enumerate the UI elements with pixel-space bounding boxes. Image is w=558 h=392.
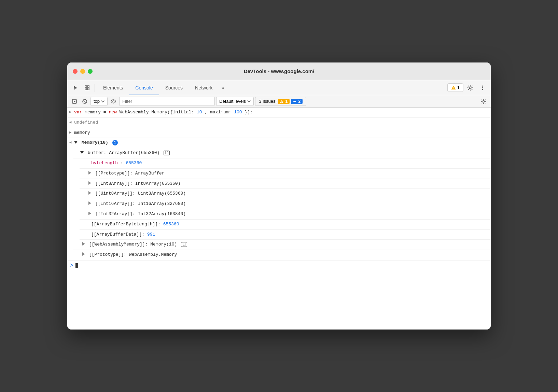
inspect-icon[interactable] [82, 82, 93, 93]
dropdown-arrow-icon [101, 100, 104, 102]
svg-point-16 [483, 100, 485, 102]
devtools-window: DevTools - www.google.com/ Elements [67, 62, 491, 330]
entry-content-proto-wasm: [[Prototype]]: WebAssembly.Memory [80, 251, 488, 258]
run-svg [72, 99, 77, 104]
levels-selector[interactable]: Default levels [216, 97, 254, 106]
tab-elements[interactable]: Elements [97, 80, 129, 95]
console-gear-svg [481, 99, 486, 104]
warn-badge-icon: ! [280, 100, 283, 103]
console-area: ▶ var memory = new WebAssembly.Memory({i… [67, 108, 491, 330]
console-entry-bytelength: byteLength : 655360 [80, 158, 491, 169]
prompt-cursor[interactable] [75, 263, 78, 268]
tab-sources[interactable]: Sources [159, 80, 189, 95]
keyword-var: var [74, 110, 82, 115]
console-entry-uint8: [[Uint8Array]]: Uint8Array(655360) [80, 189, 491, 199]
more-icon[interactable] [477, 82, 488, 93]
entry-content-memory-obj: Memory(10) i [73, 139, 488, 146]
info-count-badge: 2 [291, 99, 303, 104]
entry-content-undefined: undefined [73, 119, 488, 126]
settings-icon[interactable] [465, 82, 476, 93]
maximize-button[interactable] [88, 69, 93, 74]
svg-point-5 [469, 87, 471, 89]
gear-svg [467, 85, 473, 91]
window-title: DevTools - www.google.com/ [244, 68, 315, 74]
tab-console[interactable]: Console [129, 80, 159, 95]
toolbar-separator [95, 84, 95, 92]
entry-content-int8: [[Int8Array]]: Int8Array(655360) [86, 180, 488, 187]
console-entry-wasm-memory: [[WebAssemblyMemory]]: Memory(10) [] [73, 240, 491, 250]
prop-bytelength: byteLength [91, 160, 118, 166]
entry-content-proto-ab: [[Prototype]]: ArrayBuffer [86, 170, 488, 177]
tab-bar: Elements Console Sources Network » [97, 80, 227, 95]
context-selector[interactable]: top [90, 97, 108, 106]
expand-proto-ab-icon[interactable] [88, 171, 91, 174]
entry-content-buffer: buffer: ArrayBuffer(655360) [] [80, 150, 488, 157]
levels-arrow-icon [247, 100, 251, 102]
tab-toolbar: Elements Console Sources Network » ! [67, 80, 491, 95]
entry-content-ab-data: [[ArrayBufferData]]: 991 [86, 231, 488, 238]
svg-text:!: ! [453, 87, 454, 90]
block-svg [82, 99, 87, 104]
entry-content-uint8: [[Uint8Array]]: Uint8Array(655360) [86, 190, 488, 197]
console-prompt: > [67, 260, 491, 271]
console-entry-input: ▶ var memory = new WebAssembly.Memory({i… [67, 108, 491, 118]
val-bytelength: 655360 [126, 160, 142, 166]
svg-rect-15 [293, 101, 296, 102]
svg-point-13 [113, 101, 114, 102]
svg-rect-3 [87, 88, 89, 90]
entry-arrow-input[interactable]: ▶ [67, 110, 73, 114]
eye-icon[interactable] [109, 97, 118, 106]
issues-count[interactable]: 3 Issues: ! 1 2 [255, 97, 306, 106]
num-10: 10 [197, 110, 202, 115]
entry-content-int32: [[Int32Array]]: Int32Array(163840) [86, 211, 488, 218]
expand-int32-icon[interactable] [88, 212, 91, 215]
traffic-lights [73, 69, 93, 74]
entry-content-memory: memory [73, 129, 488, 137]
console-settings-area [479, 97, 488, 106]
buffer-memory-icon[interactable]: [] [164, 151, 170, 155]
minimize-button[interactable] [80, 69, 85, 74]
memory-info-icon[interactable]: i [112, 140, 118, 145]
num-100: 100 [234, 110, 242, 115]
expand-int16-icon[interactable] [88, 201, 91, 205]
dots-svg [479, 85, 486, 91]
entry-arrow-memory[interactable]: ▶ [67, 130, 73, 135]
expand-uint8-icon[interactable] [88, 191, 91, 195]
console-entry-int32: [[Int32Array]]: Int32Array(163840) [80, 209, 491, 220]
block-icon[interactable] [80, 97, 89, 106]
entry-content-wasm: [[WebAssemblyMemory]]: Memory(10) [] [80, 241, 488, 248]
cursor-icon[interactable] [70, 82, 81, 93]
entry-arrow-undefined: ◀ [67, 120, 73, 124]
eye-svg [111, 99, 116, 103]
entry-content-input: var memory = new WebAssembly.Memory({ini… [73, 109, 488, 116]
filter-input[interactable] [119, 97, 215, 106]
run-icon[interactable] [70, 97, 79, 106]
collapse-memory-icon[interactable] [74, 141, 78, 144]
warn-count-badge: ! 1 [278, 99, 290, 104]
svg-line-12 [83, 100, 86, 103]
entry-content-bytelength: byteLength : 655360 [86, 160, 488, 167]
console-entry-int8: [[Int8Array]]: Int8Array(655360) [80, 179, 491, 189]
tab-network[interactable]: Network [189, 80, 219, 95]
undefined-value: undefined [74, 120, 98, 125]
svg-point-8 [482, 89, 483, 90]
close-button[interactable] [73, 69, 78, 74]
svg-marker-10 [74, 100, 75, 102]
console-settings-icon[interactable] [479, 97, 488, 106]
svg-rect-1 [87, 86, 89, 87]
wasm-memory-icon[interactable]: [] [181, 242, 187, 247]
console-entry-ab-data: [[ArrayBufferData]]: 991 [80, 230, 491, 240]
tab-more[interactable]: » [219, 80, 227, 95]
entry-content-int16: [[Int16Array]]: Int16Array(327680) [86, 200, 488, 208]
console-entry-buffer: buffer: ArrayBuffer(655360) [] [73, 148, 491, 158]
console-toolbar: top Default levels 3 Issues: [67, 95, 491, 108]
titlebar: DevTools - www.google.com/ [67, 62, 491, 80]
collapse-buffer-icon[interactable] [80, 151, 84, 154]
expand-wasm-icon[interactable] [82, 242, 85, 246]
toolbar-right: ! 1 [447, 82, 488, 93]
entry-content-ab-bl: [[ArrayBufferByteLength]]: 655360 [86, 221, 488, 228]
expand-proto-wasm-icon[interactable] [82, 252, 85, 256]
expand-int8-icon[interactable] [88, 181, 91, 185]
issues-badge[interactable]: ! 1 [447, 83, 463, 92]
warning-icon: ! [451, 85, 456, 90]
